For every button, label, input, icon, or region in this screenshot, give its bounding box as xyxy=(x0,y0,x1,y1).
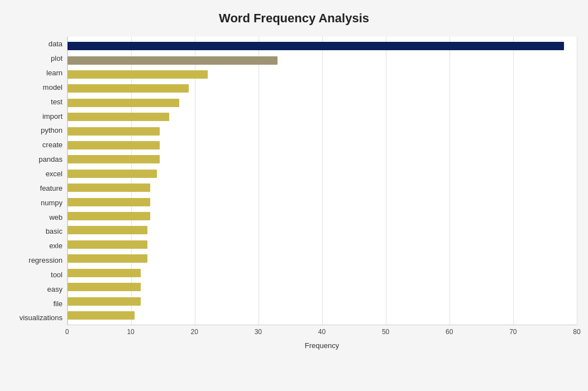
bar xyxy=(68,184,150,192)
chart-area: dataplotlearnmodeltestimportpythoncreate… xyxy=(11,37,577,350)
y-label: numpy xyxy=(11,199,63,206)
bar-row xyxy=(68,124,577,138)
bar-row xyxy=(68,195,577,209)
plot-area: dataplotlearnmodeltestimportpythoncreate… xyxy=(11,37,577,325)
y-label: pandas xyxy=(11,156,63,163)
bar-row xyxy=(68,152,577,166)
x-tick: 20 xyxy=(190,328,199,336)
bar xyxy=(68,240,147,249)
y-label: create xyxy=(11,141,63,148)
x-axis: 01020304050607080 xyxy=(67,325,577,339)
bar-row xyxy=(68,181,577,195)
x-axis-label: Frequency xyxy=(67,341,577,350)
bar-row xyxy=(68,238,577,252)
bar xyxy=(68,226,147,234)
bar xyxy=(68,56,278,65)
y-label: basic xyxy=(11,228,63,235)
y-label: file xyxy=(11,300,63,307)
y-label: learn xyxy=(11,69,63,76)
bar-row xyxy=(68,209,577,223)
x-tick: 30 xyxy=(254,328,262,336)
x-tick: 0 xyxy=(63,328,71,336)
bar xyxy=(68,297,141,306)
bar-row xyxy=(68,308,577,322)
bar-row xyxy=(68,96,577,110)
bar-row xyxy=(68,39,577,53)
y-label: data xyxy=(11,40,63,47)
bar xyxy=(68,84,189,93)
y-label: excel xyxy=(11,170,63,177)
chart-title: Word Frequency Analysis xyxy=(11,11,577,26)
bar-row xyxy=(68,110,577,124)
bar-row xyxy=(68,294,577,308)
y-label: exle xyxy=(11,242,63,249)
y-label: visualizations xyxy=(11,314,63,321)
bar-row xyxy=(68,280,577,294)
y-label: web xyxy=(11,214,63,221)
bar xyxy=(68,311,135,320)
y-label: test xyxy=(11,98,63,105)
bar xyxy=(68,99,179,107)
bar-row xyxy=(68,167,577,181)
y-axis: dataplotlearnmodeltestimportpythoncreate… xyxy=(11,37,67,325)
x-tick: 10 xyxy=(126,328,135,336)
bar xyxy=(68,141,160,149)
grid-line xyxy=(577,37,577,325)
y-label: regression xyxy=(11,257,63,264)
bar xyxy=(68,113,169,121)
x-tick: 60 xyxy=(445,328,454,336)
bar xyxy=(68,269,141,277)
x-tick: 50 xyxy=(381,328,390,336)
bar-row xyxy=(68,252,577,266)
chart-container: Word Frequency Analysis dataplotlearnmod… xyxy=(0,0,588,391)
y-label: feature xyxy=(11,185,63,192)
bar xyxy=(68,155,160,163)
y-label: tool xyxy=(11,271,63,278)
bar xyxy=(68,127,160,136)
bar xyxy=(68,283,141,291)
x-tick: 70 xyxy=(509,328,518,336)
bar xyxy=(68,170,157,178)
bar-row xyxy=(68,53,577,67)
x-tick: 80 xyxy=(572,328,581,336)
bar xyxy=(68,70,208,79)
bar xyxy=(68,212,150,220)
y-label: python xyxy=(11,127,63,134)
y-label: model xyxy=(11,84,63,91)
y-label: import xyxy=(11,113,63,120)
bar-row xyxy=(68,138,577,152)
bar-row xyxy=(68,67,577,81)
y-label: plot xyxy=(11,55,63,62)
bar xyxy=(68,254,147,263)
bars-and-grid xyxy=(67,37,577,325)
x-tick: 40 xyxy=(318,328,327,336)
bar-row xyxy=(68,81,577,95)
y-label: easy xyxy=(11,286,63,293)
bar xyxy=(68,198,150,206)
bars-container xyxy=(68,37,577,325)
bar-row xyxy=(68,266,577,280)
bar xyxy=(68,42,564,50)
bar-row xyxy=(68,223,577,237)
